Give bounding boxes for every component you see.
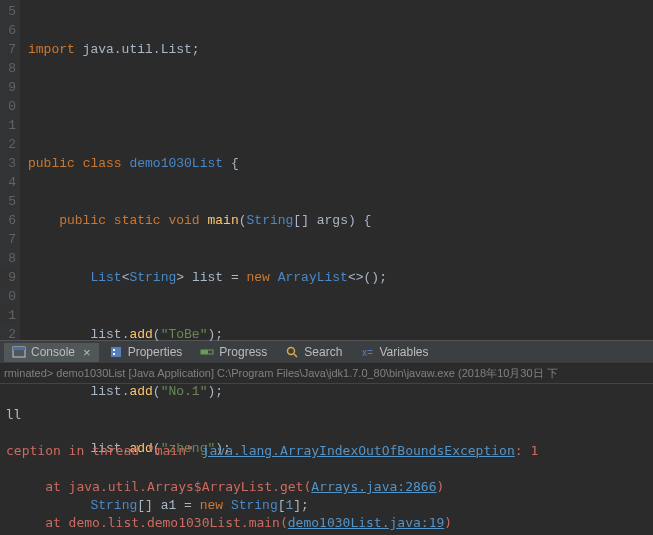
code-line: public class demo1030List { [28,154,653,173]
tab-search[interactable]: Search [277,343,350,361]
stack-link[interactable]: Arrays.java:2866 [311,479,436,494]
svg-rect-4 [113,353,115,355]
svg-rect-1 [13,347,25,350]
svg-rect-6 [201,350,208,354]
code-line: String[] a1 = new String[1]; [28,496,653,515]
tab-console[interactable]: Console × [4,343,99,362]
line-gutter: 5 6 7 8 9 0 1 2 3 4 5 6 7 8 9 0 1 2 [0,0,20,340]
svg-point-7 [288,348,295,355]
svg-line-8 [294,354,297,357]
code-line: list.add("ToBe"); [28,325,653,344]
code-line: import java.util.List; [28,40,653,59]
properties-icon [109,345,123,359]
svg-rect-3 [113,349,115,351]
stack-link[interactable]: demo1030List.java:19 [288,515,445,530]
code-line: public static void main(String[] args) { [28,211,653,230]
search-icon [285,345,299,359]
tab-variables[interactable]: x= Variables [352,343,436,361]
progress-icon [200,345,214,359]
variables-icon: x= [360,345,374,359]
code-line: list.add("No.1"); [28,382,653,401]
code-area[interactable]: import java.util.List; public class demo… [20,0,653,340]
code-line: List<String> list = new ArrayList<>(); [28,268,653,287]
code-editor[interactable]: 5 6 7 8 9 0 1 2 3 4 5 6 7 8 9 0 1 2 impo… [0,0,653,340]
svg-text:x=: x= [362,347,373,358]
close-icon[interactable]: × [83,345,91,360]
svg-rect-2 [111,347,121,357]
tab-properties[interactable]: Properties [101,343,191,361]
console-icon [12,345,26,359]
exception-link[interactable]: java.lang.ArrayIndexOutOfBoundsException [202,443,515,458]
tab-progress[interactable]: Progress [192,343,275,361]
